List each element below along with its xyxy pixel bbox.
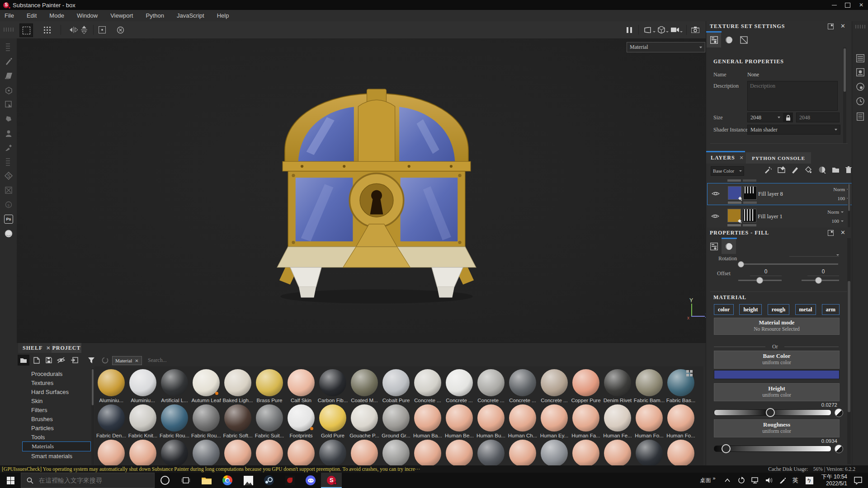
add-folder-icon[interactable] [832,167,840,173]
cortana-icon[interactable] [155,473,175,488]
projection-mode-dropdown[interactable] [642,23,657,36]
layer-visibility-eye-icon[interactable] [711,213,719,219]
close-layers-tab-icon[interactable]: ✕ [740,155,744,161]
minimize-button[interactable] [827,0,841,10]
layers-channel-dropdown[interactable]: Base Color [711,166,744,176]
material-item[interactable]: Carbon Fib... [317,369,349,403]
layer-blend-mode-dropdown[interactable]: Norm [833,187,849,192]
menu-item-window[interactable]: Window [71,10,104,21]
viewport-display-mode-dropdown[interactable]: Material [627,42,705,52]
shelf-category-brushes[interactable]: Brushes [22,414,91,423]
size-height-field[interactable]: 2048 [796,113,840,122]
desktop-toolbar-expand[interactable]: » [713,475,716,481]
dock-drag-handle[interactable] [855,25,865,28]
offset-x-handle[interactable] [756,277,763,284]
menu-item-mode[interactable]: Mode [43,10,71,21]
substance-share-icon[interactable]: s [3,199,14,210]
material-item[interactable]: Aluminiu... [127,369,159,403]
action-center-icon[interactable] [854,477,863,484]
file-explorer-icon[interactable] [196,473,217,488]
tab-texture-set-settings[interactable] [707,33,721,47]
height-slider[interactable] [714,409,831,416]
shelf-category-procedurals[interactable]: Procedurals [22,369,91,378]
material-item[interactable]: Fabric Rou... [159,404,190,438]
layer-mask-thumbnail[interactable] [743,186,757,200]
material-item[interactable] [570,440,602,466]
start-button[interactable] [0,473,21,488]
shelf-category-tools[interactable]: Tools [22,432,91,441]
material-item[interactable]: Brass Pure [254,369,285,403]
shader-instance-dropdown[interactable]: Main shader [747,125,840,135]
delete-layer-icon[interactable] [845,166,852,174]
layer-row[interactable]: Fill layer 1 Norm 100 [707,206,848,227]
material-item[interactable] [538,440,570,466]
properties-scrollbar[interactable] [847,238,851,464]
display-settings-icon[interactable] [856,68,865,77]
shelf-category-filters[interactable]: Filters [22,405,91,414]
toolbar-drag-handle[interactable] [4,28,14,32]
menu-item-viewport[interactable]: Viewport [104,10,139,21]
snapshot-camera-button[interactable] [689,23,702,36]
material-item[interactable]: Fabric Soft... [222,404,254,438]
layer-visibility-eye-icon[interactable] [712,191,720,197]
filter-tag-material[interactable]: Material✕ [112,356,142,365]
detach-panel-icon[interactable] [828,23,834,29]
smudge-tool-icon[interactable] [3,113,14,124]
material-item[interactable] [443,440,475,466]
sphere-preview-icon[interactable] [3,228,14,239]
layers-scrollbar[interactable] [848,184,850,227]
shelf-hide-button[interactable] [55,355,67,366]
layer-row[interactable]: Fill layer 8 Norm 100 [707,183,854,205]
material-item[interactable]: Human Fo... [665,404,697,438]
material-item[interactable] [633,440,665,466]
tab-properties-material[interactable] [722,239,736,254]
material-item[interactable]: Gold Pure [317,404,349,438]
maximize-button[interactable] [841,0,854,10]
shelf-category-materials[interactable]: Materials [22,441,91,451]
hidden-icons-chevron[interactable] [725,479,730,482]
desktop-toolbar-label[interactable]: 桌面 [700,477,711,484]
roughness-slider[interactable] [714,446,831,452]
material-item[interactable]: Ground Gr... [380,404,412,438]
shelf-refresh-icon[interactable] [99,355,111,366]
reset-rotation-button[interactable] [114,23,127,36]
pen-tray-icon[interactable] [779,477,786,483]
material-item[interactable]: Human Fa... [570,404,602,438]
photoshop-export-icon[interactable]: Ps [3,214,14,225]
update-tray-icon[interactable] [738,477,745,484]
offset-x-value[interactable]: 0 [750,268,782,276]
material-item[interactable]: Concrete ... [538,369,570,403]
channel-button-color[interactable]: color [714,304,734,315]
material-item[interactable] [95,440,127,466]
tab-texture-set-channels[interactable] [722,33,736,47]
roughness-slider-handle[interactable] [722,444,731,453]
resources-updater-icon[interactable] [3,185,14,196]
texture-set-scrollbar[interactable] [843,47,846,143]
base-color-swatch[interactable] [714,370,840,379]
add-mask-icon[interactable] [818,166,826,174]
chrome-icon[interactable] [217,473,238,488]
shelf-category-hard-surfaces[interactable]: Hard Surfaces [22,387,91,396]
material-item[interactable]: Human Fe... [602,404,633,438]
polygon-fill-tool-icon[interactable] [3,99,14,110]
material-item[interactable]: Copper Pure [570,369,602,403]
material-item[interactable]: Coated M... [349,369,380,403]
material-item[interactable] [127,440,159,466]
grid-tool-button[interactable] [41,23,53,36]
offset-y-handle[interactable] [815,277,822,284]
taskbar-search-box[interactable] [21,473,155,488]
add-paint-layer-icon[interactable] [791,166,799,174]
camera-mode-dropdown[interactable] [669,23,684,36]
shelf-category-particles[interactable]: Particles [22,423,91,432]
category-scrollbar[interactable] [91,368,94,465]
log-icon[interactable] [856,112,865,121]
layer-opacity-dropdown[interactable]: 100 [832,218,844,224]
ime-mode-icon[interactable]: ㄅ [806,477,813,484]
task-view-icon[interactable] [175,473,196,488]
roughness-value[interactable]: 0.0934 [788,438,837,444]
channel-button-arm[interactable]: arm [822,304,840,315]
menu-item-edit[interactable]: Edit [20,10,43,21]
description-textarea[interactable] [747,81,838,111]
material-item[interactable] [412,440,443,466]
steam-icon[interactable] [259,473,279,488]
